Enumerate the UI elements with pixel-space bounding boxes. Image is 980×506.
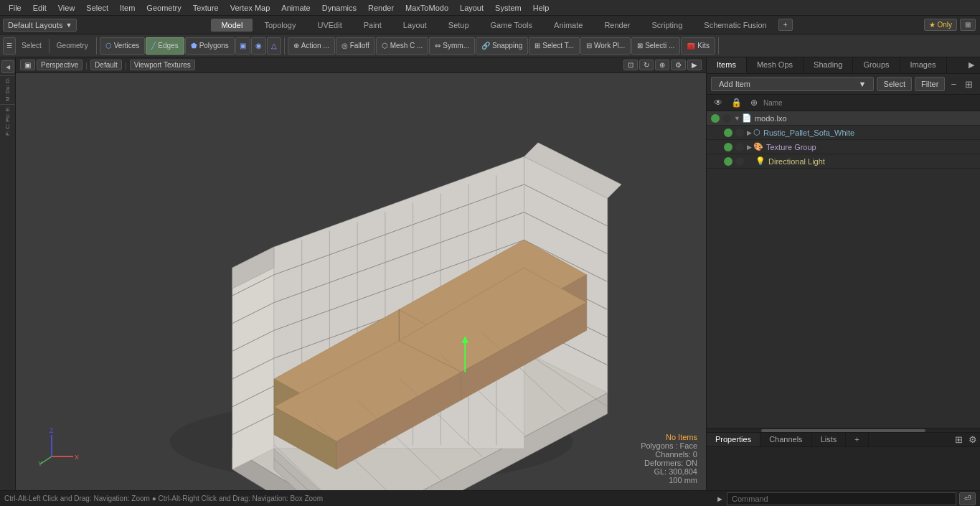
toolbar-mesh-button[interactable]: ⬡ Mesh C ... — [376, 37, 429, 55]
visibility-dot2[interactable] — [735, 128, 744, 137]
list-item[interactable]: ▼ 📄 modo.lxo — [707, 111, 980, 126]
item-collapse-arrow[interactable]: ▶ — [747, 129, 752, 136]
toolbar-mode-icon2[interactable]: ◉ — [251, 37, 266, 55]
item-list-eye-icon[interactable]: 👁 — [711, 96, 725, 109]
viewport-textures-btn[interactable]: Viewport Textures — [130, 60, 195, 70]
list-item[interactable]: ▶ 🎨 Texture Group — [707, 140, 980, 154]
command-submit-button[interactable]: ⏎ — [959, 492, 976, 505]
toolbar-expand-button[interactable]: ☰ — [3, 37, 16, 55]
add-tab-button[interactable]: + — [846, 433, 868, 446]
panel-tab-groups[interactable]: Groups — [853, 57, 900, 73]
toolbar-vertices-button[interactable]: ⬡ Vertices — [100, 37, 146, 55]
menu-file[interactable]: File — [3, 2, 27, 14]
layout-dropdown[interactable]: Default Layouts ▼ — [3, 19, 77, 32]
menu-select[interactable]: Select — [80, 2, 114, 14]
status-arrow-btn[interactable]: ► — [716, 495, 724, 503]
tab-animate[interactable]: Animate — [544, 19, 593, 32]
tab-render[interactable]: Render — [594, 19, 640, 32]
channels-tab[interactable]: Channels — [760, 433, 811, 446]
viewport-canvas[interactable]: X Y Z No Items Polygons : Face Channels:… — [16, 73, 706, 490]
toolbar-kits-button[interactable]: 🧰 Kits — [681, 37, 715, 55]
command-input[interactable] — [727, 492, 956, 505]
panel-tab-items[interactable]: Items — [707, 57, 747, 73]
panel-settings-button[interactable]: ⊞ — [962, 78, 976, 91]
item-list-add-icon[interactable]: ⊕ — [748, 96, 760, 109]
visibility-dot[interactable] — [724, 143, 732, 151]
toolbar-mode-icon3[interactable]: △ — [267, 37, 281, 55]
tab-model[interactable]: Model — [211, 19, 253, 32]
tab-scripting[interactable]: Scripting — [642, 19, 693, 32]
menu-vertex-map[interactable]: Vertex Map — [225, 2, 276, 14]
sidebar-label-mesh[interactable]: M: — [4, 95, 11, 101]
visibility-dot2[interactable] — [722, 114, 731, 123]
viewport-toggle-btn[interactable]: ▣ — [20, 60, 35, 70]
menu-edit[interactable]: Edit — [27, 2, 52, 14]
visibility-dot2[interactable] — [735, 157, 744, 166]
menu-max-to-modo[interactable]: MaxToModo — [400, 2, 454, 14]
viewport-perspective-btn[interactable]: Perspective — [37, 60, 83, 70]
toolbar-snapping-button[interactable]: 🔗 Snapping — [476, 37, 528, 55]
visibility-dot[interactable] — [724, 128, 732, 137]
viewport-settings-btn[interactable]: ⚙ — [671, 60, 686, 70]
tab-topology[interactable]: Topology — [254, 19, 306, 32]
visibility-dot[interactable] — [724, 157, 732, 166]
items-filter-button[interactable]: Filter — [915, 77, 945, 91]
item-list-lock-icon[interactable]: 🔒 — [728, 96, 745, 109]
tab-schematic-fusion[interactable]: Schematic Fusion — [694, 19, 776, 32]
sidebar-label-edge[interactable]: E: — [4, 106, 11, 112]
visibility-dot[interactable] — [711, 114, 720, 123]
menu-dynamics[interactable]: Dynamics — [316, 2, 362, 14]
menu-system[interactable]: System — [489, 2, 527, 14]
toolbar-falloff-button[interactable]: ◎ Falloff — [336, 37, 375, 55]
toolbar-action-button[interactable]: ⊕ Action ... — [288, 37, 335, 55]
bottom-panel-expand-btn[interactable]: ⊞ — [952, 433, 966, 446]
viewport-more-btn[interactable]: ▶ — [687, 60, 702, 70]
add-item-button[interactable]: Add Item ▼ — [711, 77, 874, 91]
list-item[interactable]: ▶ ⬡ Rustic_Pallet_Sofa_White — [707, 126, 980, 140]
sidebar-label-deform[interactable]: D: — [4, 78, 11, 83]
lists-tab[interactable]: Lists — [812, 433, 847, 446]
bottom-panel-settings-btn[interactable]: ⚙ — [966, 433, 980, 446]
menu-texture[interactable]: Texture — [187, 2, 225, 14]
menu-item[interactable]: Item — [114, 2, 141, 14]
tab-uvedit[interactable]: UVEdit — [307, 19, 352, 32]
tab-game-tools[interactable]: Game Tools — [481, 19, 543, 32]
viewport-default-btn[interactable]: Default — [90, 60, 122, 70]
toolbar-work-plane-button[interactable]: ⊟ Work Pl... — [580, 37, 631, 55]
menu-geometry[interactable]: Geometry — [141, 2, 187, 14]
viewport-rotate-btn[interactable]: ↻ — [639, 60, 654, 70]
tab-setup[interactable]: Setup — [438, 19, 479, 32]
tab-paint[interactable]: Paint — [354, 19, 392, 32]
menu-animate[interactable]: Animate — [275, 2, 316, 14]
toolbar-select-tool-button[interactable]: ⊞ Select T... — [529, 37, 580, 55]
menu-view[interactable]: View — [52, 2, 81, 14]
panel-tabs-more-button[interactable]: ▶ — [963, 57, 980, 73]
panel-minus-button[interactable]: − — [948, 78, 959, 91]
toolbar-edges-button[interactable]: ╱ Edges — [146, 37, 184, 55]
toolbar-selection-sets-button[interactable]: ⊠ Selecti ... — [631, 37, 680, 55]
toolbar-symm-button[interactable]: ⇔ Symm... — [429, 37, 475, 55]
menu-render[interactable]: Render — [362, 2, 400, 14]
sidebar-label-poly[interactable]: Po: — [4, 113, 11, 122]
sidebar-expand-btn[interactable]: ◀ — [1, 60, 14, 73]
viewport[interactable]: ▣ Perspective | Default | Viewport Textu… — [16, 57, 706, 490]
toolbar-mode-icon1[interactable]: ▣ — [235, 37, 250, 55]
visibility-dot2[interactable] — [735, 143, 744, 151]
panel-tab-mesh-ops[interactable]: Mesh Ops — [747, 57, 804, 73]
toolbar-polygons-button[interactable]: ⬟ Polygons — [185, 37, 235, 55]
panel-tab-images[interactable]: Images — [900, 57, 947, 73]
list-item[interactable]: 💡 Directional Light — [707, 154, 980, 169]
sidebar-label-uv[interactable]: F: — [4, 131, 11, 136]
properties-tab[interactable]: Properties — [707, 433, 760, 446]
tab-layout[interactable]: Layout — [393, 19, 437, 32]
star-only-button[interactable]: ★ Only — [924, 19, 957, 31]
items-select-button[interactable]: Select — [877, 77, 912, 91]
add-layout-button[interactable]: + — [778, 19, 793, 31]
viewport-fit-btn[interactable]: ⊡ — [623, 60, 638, 70]
menu-layout[interactable]: Layout — [454, 2, 489, 14]
sidebar-label-dup[interactable]: Du: — [4, 85, 11, 93]
sidebar-label-curve[interactable]: C: — [4, 123, 11, 129]
layout-settings-button[interactable]: ⊞ — [960, 19, 976, 31]
panel-tab-shading[interactable]: Shading — [804, 57, 853, 73]
menu-help[interactable]: Help — [527, 2, 555, 14]
